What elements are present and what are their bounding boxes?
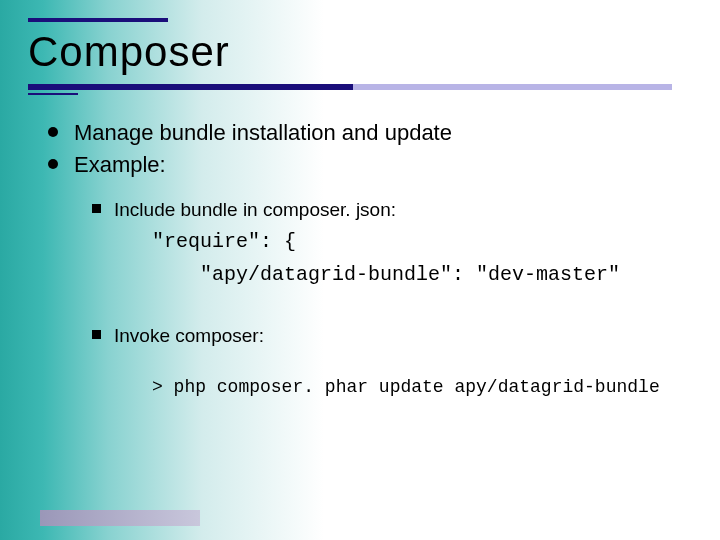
code-require-line2: "apy/datagrid-bundle": "dev-master" [48, 260, 696, 289]
title-accent-top [28, 18, 168, 22]
sub-bullet-invoke: Invoke composer: [48, 323, 696, 349]
slide-title: Composer [28, 28, 230, 76]
slide-content: Manage bundle installation and update Ex… [48, 118, 696, 400]
title-bar: Composer [28, 18, 702, 90]
code-require-line1: "require": { [48, 227, 696, 256]
slide: Composer Manage bundle installation and … [0, 0, 720, 540]
title-underline-dark [28, 84, 353, 90]
title-underline-light [353, 84, 672, 90]
sub-bullet-include: Include bundle in composer. json: [48, 197, 696, 223]
bullet-manage: Manage bundle installation and update [48, 118, 696, 148]
code-command: > php composer. phar update apy/datagrid… [48, 375, 696, 400]
title-underline-thin [28, 93, 78, 95]
title-underline [28, 84, 702, 98]
bullet-example: Example: [48, 150, 696, 180]
footer-accent-bar [40, 510, 200, 526]
